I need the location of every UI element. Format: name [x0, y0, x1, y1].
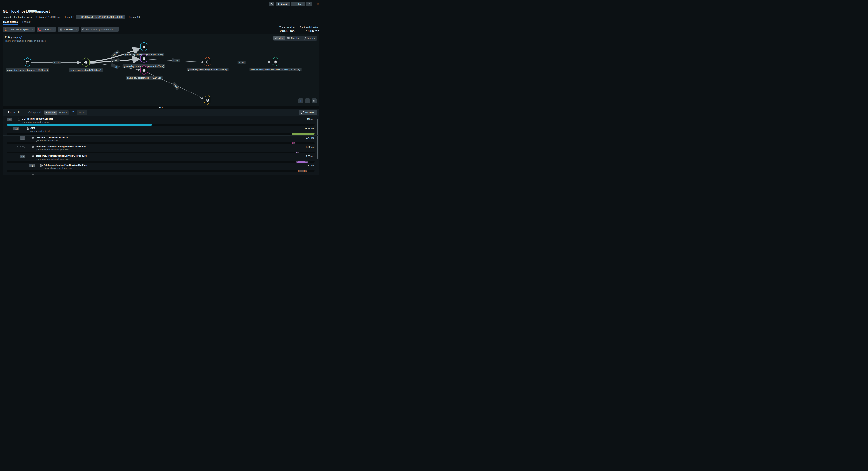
- zoom-in-button[interactable]: +: [298, 98, 303, 103]
- entity-label-game-day-frontend: game-day-frontend (18.66 ms): [69, 68, 103, 72]
- mode-info-icon[interactable]: i: [71, 111, 74, 114]
- zoom-out-button[interactable]: −: [305, 98, 310, 103]
- tabs-underline-active: [3, 25, 19, 25]
- close-icon[interactable]: ✕: [315, 2, 320, 6]
- mode-standard-button[interactable]: Standard: [44, 111, 57, 114]
- globe-icon: [32, 145, 34, 148]
- entity-map-title: Entity map: [5, 36, 18, 39]
- anomalous-spans-dropdown[interactable]: 0 anomalous spans⌄: [3, 27, 35, 32]
- entity-label-game-day-productcatalogservice: game-day-productca...service (8.47 ms): [123, 64, 165, 68]
- span-search[interactable]: [81, 27, 119, 32]
- hexagon-icon: [140, 42, 148, 51]
- view-timeline-button[interactable]: Timeline: [285, 36, 301, 40]
- view-map-button[interactable]: Map: [273, 36, 285, 40]
- globe-icon-slot: [40, 164, 43, 168]
- hexagon-icon: [204, 57, 212, 66]
- span-duration: 0.92 ms: [306, 164, 314, 167]
- chevron-down-icon: ⌄: [53, 28, 54, 30]
- entity-node-unknown[interactable]: [272, 57, 279, 67]
- globe-icon: [143, 57, 146, 61]
- errors-dropdown[interactable]: ! 0 errors⌄: [37, 27, 56, 32]
- trace-id-chip[interactable]: 32c087ec434bce28367e5a684da8a500: [76, 15, 125, 19]
- view-latency-button[interactable]: Latency: [302, 36, 317, 40]
- reset-button[interactable]: Reset: [77, 110, 87, 115]
- span-row-partial[interactable]: [3, 172, 319, 175]
- waterfall-toolbar: ⌄ Expand all ⌃ Collapse all StandardManu…: [3, 109, 319, 116]
- span-row[interactable]: oteldemo.ProductCatalogService/GetProduc…: [3, 145, 319, 154]
- entity-node-game-day-frontend[interactable]: [82, 58, 90, 68]
- globe-icon: [32, 136, 34, 139]
- entities-dropdown[interactable]: 8 entities⌄: [58, 27, 79, 32]
- span-title: oteldemo.CartService/GetCart: [36, 136, 69, 139]
- entity-label-game-day-currencyservice: game-day-currencyservice (62.74 µs): [124, 53, 164, 56]
- entity-map-panel: Entity map i There are 8 sampled entitie…: [3, 34, 319, 106]
- span-track: [7, 161, 315, 163]
- fit-view-button[interactable]: [312, 98, 317, 103]
- entities-hexagon-icon: [60, 28, 62, 31]
- collapse-all-button[interactable]: ⌃ Collapse all: [25, 111, 41, 114]
- chevron-up-icon: ⌃: [25, 111, 27, 114]
- spans-info-icon[interactable]: i: [142, 15, 145, 18]
- note-edit-icon: [270, 3, 273, 5]
- browser-icon-slot: [18, 118, 21, 122]
- entity-node-redis[interactable]: [204, 95, 212, 105]
- panel-resize-handle[interactable]: •••: [3, 106, 319, 109]
- globe-icon: [26, 127, 29, 130]
- span-row[interactable]: ›14GETgame-day-frontend18.66 ms: [3, 126, 319, 135]
- expand-all-button[interactable]: ⌄ Expand all: [5, 111, 19, 114]
- entity-node-game-day-featureflagservice[interactable]: [204, 57, 212, 67]
- hexagon-icon: [24, 58, 31, 67]
- drag-dots-icon: •••: [159, 107, 163, 108]
- span-title: oteldemo.ProductCatalogService/GetProduc…: [36, 145, 87, 148]
- search-input[interactable]: [86, 28, 117, 31]
- span-toggle-badge[interactable]: ›3: [20, 155, 25, 158]
- hexagon-icon: [272, 57, 279, 66]
- ask-ai-button[interactable]: ✦ Ask AI: [276, 2, 289, 6]
- chevron-right-icon: ›: [21, 156, 22, 158]
- copy-link-button[interactable]: [306, 2, 312, 6]
- hexagon-icon: [204, 95, 212, 104]
- chevron-right-icon: ›: [21, 137, 22, 139]
- anomalous-shapes-icon: [5, 28, 8, 31]
- globe-icon-slot: [32, 155, 34, 159]
- globe-icon: [32, 155, 34, 158]
- span-row[interactable]: ›1oteldemo.CartService/GetCartgame-day-c…: [3, 136, 319, 144]
- share-icon: [293, 3, 296, 5]
- span-toggle-badge[interactable]: ›1: [20, 136, 25, 140]
- span-service: game-day-cartservice: [36, 139, 58, 142]
- browser-icon: [18, 118, 21, 121]
- entity-label-game-day-cartservice: game-day-cartservice (473.14 µs): [126, 76, 162, 80]
- tree-guide-stub: [10, 128, 12, 128]
- mode-manual-button[interactable]: Manual: [57, 111, 68, 114]
- entity-node-game-day-frontend-browser[interactable]: [24, 58, 31, 68]
- span-toggle-badge[interactable]: ›1: [29, 164, 34, 167]
- span-toggle-badge[interactable]: 15: [7, 117, 12, 121]
- span-title: oteldemo.ProductCatalogService/GetProduc…: [36, 155, 87, 157]
- span-toggle-badge[interactable]: ›14: [12, 127, 19, 130]
- chevron-down-icon: ⌄: [31, 28, 33, 30]
- span-bar: [7, 124, 152, 126]
- timeline-icon: [287, 37, 290, 39]
- entity-node-game-day-currencyservice[interactable]: [140, 42, 148, 52]
- edge-call-count-label: 2 calls: [110, 58, 120, 63]
- span-row[interactable]: ›3oteldemo.ProductCatalogService/GetProd…: [3, 154, 319, 163]
- map-zoom-controls: + −: [298, 98, 317, 103]
- fit-view-icon: [313, 100, 316, 102]
- latency-icon: [303, 37, 306, 40]
- span-bar: [298, 170, 307, 172]
- edge-call-count-label: 1 call: [53, 61, 61, 64]
- entity-map-info-icon[interactable]: i: [19, 36, 22, 39]
- tree-guide-stub: [16, 156, 20, 156]
- map-icon: [275, 37, 278, 39]
- share-button[interactable]: Share: [291, 2, 305, 6]
- maximize-button[interactable]: Maximize: [299, 110, 317, 115]
- span-row[interactable]: 15GET localhost:8080/api/cartgame-day-fr…: [3, 117, 319, 126]
- tree-guide-stub: [16, 137, 20, 137]
- backend-duration-stat: Back-end duration 18.66 ms: [300, 26, 319, 33]
- filter-row: 0 anomalous spans⌄ ! 0 errors⌄ 8 entitie…: [3, 27, 119, 32]
- span-track: [7, 124, 315, 126]
- globe-icon-slot: [32, 136, 34, 140]
- notes-button[interactable]: [269, 2, 274, 6]
- span-row[interactable]: ›1/oteldemo.FeatureFlagService/GetFlagga…: [3, 163, 319, 172]
- leaf-span-node: [23, 146, 25, 148]
